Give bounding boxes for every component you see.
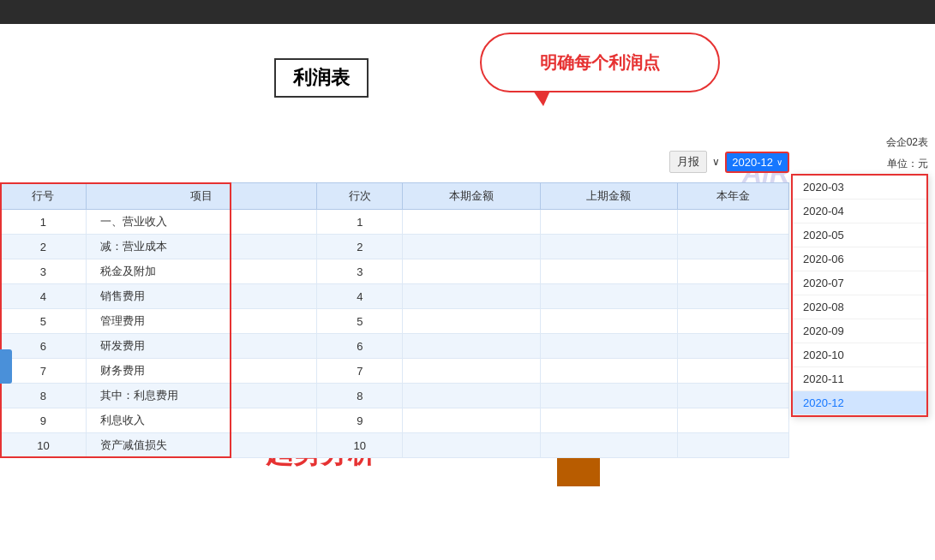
- cell-item: 一、营业收入: [86, 210, 316, 235]
- cell-current: [403, 433, 540, 458]
- cell-rowidx: 1: [317, 210, 403, 235]
- col-header-prev: 上期金额: [540, 183, 677, 210]
- cell-current: [403, 309, 540, 334]
- col-header-rowidx: 行次: [317, 183, 403, 210]
- cell-prev: [540, 235, 677, 259]
- cell-item: 税金及附加: [86, 259, 316, 284]
- cell-year: [677, 284, 788, 309]
- cell-rownum: 4: [1, 284, 87, 309]
- cell-year: [677, 408, 788, 433]
- cell-prev: [540, 284, 677, 309]
- cell-year: [677, 334, 788, 359]
- cell-current: [403, 384, 540, 408]
- cell-year: [677, 259, 788, 284]
- cell-current: [403, 210, 540, 235]
- company-label: 会企02表: [886, 135, 935, 150]
- unit-label: 单位：元: [887, 157, 928, 171]
- cell-item: 管理费用: [86, 309, 316, 334]
- cell-prev: [540, 384, 677, 408]
- cell-item: 研发费用: [86, 334, 316, 359]
- cell-current: [403, 408, 540, 433]
- dropdown-item[interactable]: 2020-03: [793, 176, 926, 200]
- cell-item: 销售费用: [86, 284, 316, 309]
- table-row: 6研发费用6: [1, 334, 789, 359]
- cell-rownum: 1: [1, 210, 87, 235]
- cell-item: 减：营业成本: [86, 235, 316, 259]
- cell-item: 资产减值损失: [86, 433, 316, 458]
- dropdown-item[interactable]: 2020-10: [793, 343, 926, 367]
- speech-bubble-text: 明确每个利润点: [540, 53, 660, 72]
- cell-current: [403, 359, 540, 384]
- cell-rowidx: 3: [317, 259, 403, 284]
- cell-rowidx: 6: [317, 334, 403, 359]
- cell-prev: [540, 259, 677, 284]
- content-area: 明确每个利润点 利润表 会企02表 单位：元 月报 ∨ 2020-12 ∨ 20…: [0, 24, 935, 560]
- cell-rowidx: 10: [317, 433, 403, 458]
- col-header-current: 本期金额: [403, 183, 540, 210]
- top-bar: [0, 0, 935, 24]
- cell-year: [677, 235, 788, 259]
- cell-rownum: 2: [1, 235, 87, 259]
- table-row: 3税金及附加3: [1, 259, 789, 284]
- table-container: 行号 项目 行次 本期金额 上期金额 本年金 1一、营业收入12减：营业成本23…: [0, 182, 789, 458]
- dropdown-item[interactable]: 2020-11: [793, 367, 926, 391]
- table-row: 5管理费用5: [1, 309, 789, 334]
- cell-rowidx: 4: [317, 284, 403, 309]
- cell-prev: [540, 408, 677, 433]
- dropdown-item[interactable]: 2020-07: [793, 271, 926, 295]
- speech-bubble: 明确每个利润点: [480, 33, 720, 92]
- dropdown-item[interactable]: 2020-06: [793, 247, 926, 271]
- cell-rowidx: 9: [317, 408, 403, 433]
- dropdown-list[interactable]: 2020-032020-042020-052020-062020-072020-…: [791, 174, 928, 417]
- title-box: 利润表: [274, 58, 369, 98]
- period-label-chevron: ∨: [712, 156, 720, 168]
- table-row: 10资产减值损失10: [1, 433, 789, 458]
- cell-prev: [540, 433, 677, 458]
- cell-current: [403, 259, 540, 284]
- period-label[interactable]: 月报: [669, 151, 707, 173]
- period-dropdown[interactable]: 2020-12 ∨: [725, 152, 789, 173]
- col-header-item: 项目: [86, 183, 316, 210]
- table-row: 1一、营业收入1: [1, 210, 789, 235]
- cell-prev: [540, 359, 677, 384]
- table-row: 7财务费用7: [1, 359, 789, 384]
- cell-rownum: 6: [1, 334, 87, 359]
- profit-table: 行号 项目 行次 本期金额 上期金额 本年金 1一、营业收入12减：营业成本23…: [0, 182, 789, 458]
- cell-rownum: 3: [1, 259, 87, 284]
- cell-rowidx: 8: [317, 384, 403, 408]
- col-header-year: 本年金: [677, 183, 788, 210]
- cell-prev: [540, 334, 677, 359]
- period-select-area: 月报 ∨ 2020-12 ∨: [669, 151, 789, 173]
- cell-year: [677, 309, 788, 334]
- chevron-down-icon: ∨: [776, 158, 782, 167]
- cell-rowidx: 5: [317, 309, 403, 334]
- cell-rownum: 10: [1, 433, 87, 458]
- cell-item: 其中：利息费用: [86, 384, 316, 408]
- cell-item: 利息收入: [86, 408, 316, 433]
- cell-current: [403, 235, 540, 259]
- cell-rowidx: 2: [317, 235, 403, 259]
- cell-year: [677, 433, 788, 458]
- table-row: 9利息收入9: [1, 408, 789, 433]
- left-tab[interactable]: [0, 349, 12, 384]
- cell-current: [403, 284, 540, 309]
- dropdown-item[interactable]: 2020-12: [793, 391, 926, 415]
- col-header-rownum: 行号: [1, 183, 87, 210]
- cell-current: [403, 334, 540, 359]
- dropdown-item[interactable]: 2020-08: [793, 295, 926, 319]
- title-text: 利润表: [293, 67, 350, 88]
- table-header-row: 行号 项目 行次 本期金额 上期金额 本年金: [1, 183, 789, 210]
- dropdown-item[interactable]: 2020-04: [793, 200, 926, 223]
- cell-rownum: 9: [1, 408, 87, 433]
- cell-rownum: 8: [1, 384, 87, 408]
- cell-year: [677, 359, 788, 384]
- cell-prev: [540, 210, 677, 235]
- period-selected-value: 2020-12: [732, 156, 773, 169]
- dropdown-item[interactable]: 2020-05: [793, 223, 926, 247]
- table-row: 2减：营业成本2: [1, 235, 789, 259]
- table-row: 4销售费用4: [1, 284, 789, 309]
- cell-rownum: 7: [1, 359, 87, 384]
- cell-prev: [540, 309, 677, 334]
- dropdown-item[interactable]: 2020-09: [793, 319, 926, 343]
- cell-year: [677, 384, 788, 408]
